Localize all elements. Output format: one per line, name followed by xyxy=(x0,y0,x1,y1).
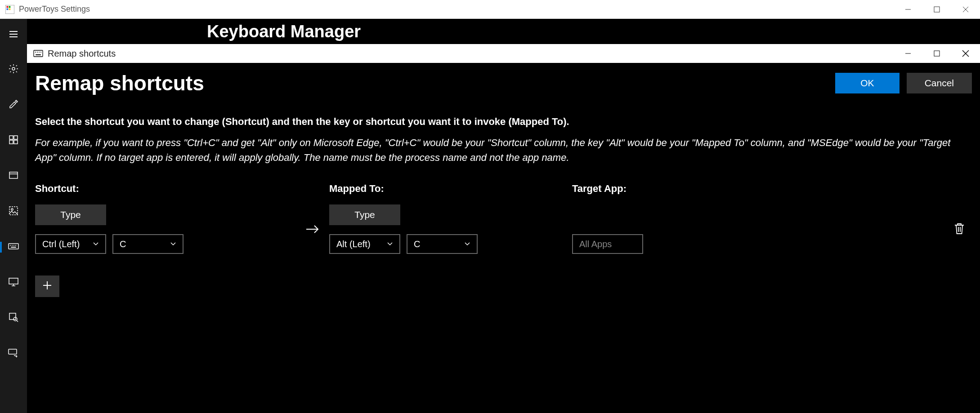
svg-rect-33 xyxy=(9,349,17,354)
svg-rect-13 xyxy=(9,136,13,139)
ok-button[interactable]: OK xyxy=(835,73,899,93)
chevron-down-icon xyxy=(170,240,176,248)
svg-rect-34 xyxy=(34,50,43,57)
add-row-button[interactable] xyxy=(35,275,59,297)
mapping-row: Type Ctrl (Left) C xyxy=(35,204,972,254)
gear-icon xyxy=(8,63,19,76)
sidebar-item-keyboardmanager[interactable] xyxy=(0,238,27,256)
column-header-mapped: Mapped To: xyxy=(329,183,572,195)
image-icon xyxy=(8,205,19,218)
target-app-input[interactable] xyxy=(572,234,643,254)
plus-icon xyxy=(42,279,53,294)
chevron-down-icon xyxy=(387,240,393,248)
keyboard-icon xyxy=(8,241,19,254)
dialog-instructions: Select the shortcut you want to change (… xyxy=(35,114,972,129)
dialog-title: Remap shortcuts xyxy=(48,49,116,59)
sidebar-item-imageresizer[interactable] xyxy=(0,203,27,221)
dialog-titlebar: Remap shortcuts xyxy=(27,44,980,63)
windows-search-icon xyxy=(8,312,19,325)
svg-point-31 xyxy=(13,317,17,321)
svg-rect-16 xyxy=(14,140,18,144)
svg-rect-21 xyxy=(9,244,18,249)
svg-line-32 xyxy=(17,320,18,322)
sidebar-item-run[interactable] xyxy=(0,309,27,327)
sidebar-item-shortcutguide[interactable] xyxy=(0,345,27,363)
mapped-type-button[interactable]: Type xyxy=(329,204,400,225)
sidebar-item-colorpicker[interactable] xyxy=(0,96,27,114)
shortcut-modifier-select[interactable]: Ctrl (Left) xyxy=(35,234,106,254)
grid-icon xyxy=(8,134,19,147)
shortcut-key-select[interactable]: C xyxy=(112,234,183,254)
dialog-maximize-button[interactable] xyxy=(922,44,951,63)
dialog-close-button[interactable] xyxy=(951,44,980,63)
dialog-example: For example, if you want to press "Ctrl+… xyxy=(35,135,972,165)
shortcut-modifier-value: Ctrl (Left) xyxy=(42,239,80,249)
keyboard-redirect-icon xyxy=(8,347,19,360)
dialog-heading: Remap shortcuts xyxy=(35,71,204,95)
page-header: Keyboard Manager xyxy=(27,19,980,44)
eyedropper-icon xyxy=(8,99,19,112)
sidebar-item-fileexplorer[interactable] xyxy=(0,167,27,185)
delete-row-button[interactable] xyxy=(951,221,967,237)
outer-window-title: PowerToys Settings xyxy=(19,4,90,14)
outer-maximize-button[interactable] xyxy=(922,0,951,19)
svg-rect-6 xyxy=(934,7,940,12)
outer-minimize-button[interactable] xyxy=(894,0,922,19)
keyboard-icon xyxy=(33,50,43,57)
powertoys-icon xyxy=(5,5,14,14)
svg-rect-1 xyxy=(7,6,9,8)
outer-window-titlebar: PowerToys Settings xyxy=(0,0,980,19)
monitor-icon xyxy=(8,276,19,289)
sidebar-item-general[interactable] xyxy=(0,61,27,79)
chevron-down-icon xyxy=(464,240,470,248)
svg-point-12 xyxy=(12,67,15,70)
svg-rect-30 xyxy=(9,313,16,320)
mapped-modifier-value: Alt (Left) xyxy=(336,239,371,249)
column-header-shortcut: Shortcut: xyxy=(35,183,329,195)
sidebar-item-fancyzones[interactable] xyxy=(0,132,27,150)
svg-point-20 xyxy=(11,209,13,210)
svg-rect-17 xyxy=(9,172,18,178)
sidebar xyxy=(0,19,27,413)
svg-rect-4 xyxy=(9,8,11,10)
trash-icon xyxy=(953,222,965,237)
column-header-target: Target App: xyxy=(572,183,972,195)
mapped-key-select[interactable]: C xyxy=(407,234,478,254)
chevron-down-icon xyxy=(93,240,99,248)
outer-close-button[interactable] xyxy=(951,0,980,19)
shortcut-key-value: C xyxy=(120,239,126,249)
page-title: Keyboard Manager xyxy=(207,22,361,41)
svg-rect-15 xyxy=(9,140,13,144)
dialog-minimize-button[interactable] xyxy=(894,44,922,63)
svg-rect-3 xyxy=(7,8,9,10)
remap-shortcuts-dialog: Remap shortcuts Remap shortcuts OK Cance… xyxy=(27,44,980,311)
hamburger-menu-button[interactable] xyxy=(0,25,27,43)
svg-rect-2 xyxy=(9,6,11,8)
cancel-button[interactable]: Cancel xyxy=(907,73,972,93)
mapped-key-value: C xyxy=(414,239,420,249)
shortcut-type-button[interactable]: Type xyxy=(35,204,106,225)
arrow-right-icon xyxy=(296,224,329,235)
preview-icon xyxy=(8,170,19,183)
mapped-modifier-select[interactable]: Alt (Left) xyxy=(329,234,400,254)
svg-rect-14 xyxy=(14,136,18,139)
svg-rect-41 xyxy=(934,51,940,56)
svg-rect-27 xyxy=(9,278,18,284)
sidebar-item-powerrename[interactable] xyxy=(0,274,27,292)
